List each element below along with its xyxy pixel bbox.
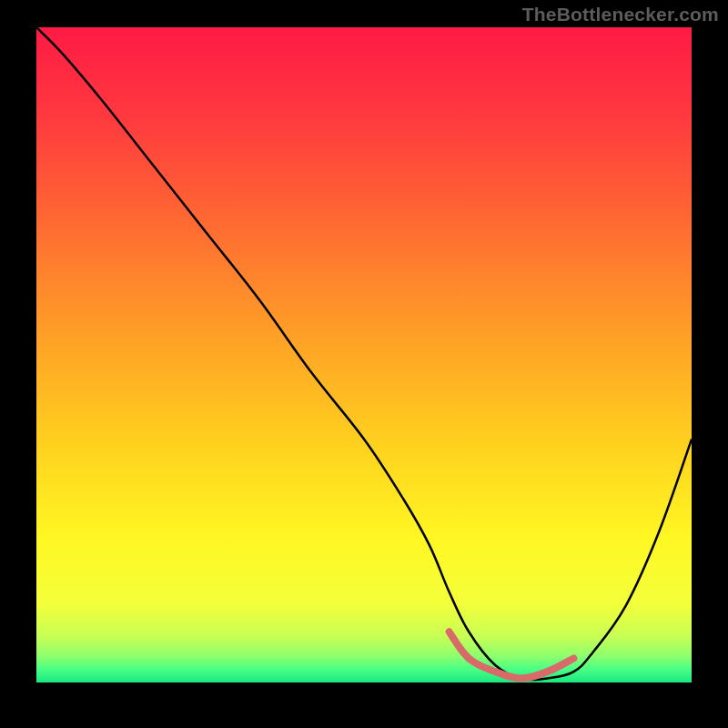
plot-area	[36, 27, 692, 692]
watermark-text: TheBottlenecker.com	[522, 4, 719, 25]
chart-frame: TheBottlenecker.com	[0, 0, 728, 728]
chart-svg	[36, 27, 692, 692]
bottleneck-curve	[36, 27, 692, 680]
highlight-band	[450, 632, 574, 678]
